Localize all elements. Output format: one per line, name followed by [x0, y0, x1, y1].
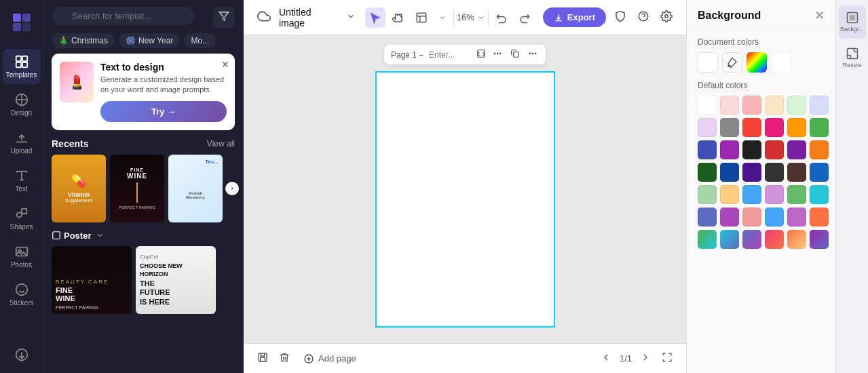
view-all-button[interactable]: View all [207, 139, 235, 149]
filter-button[interactable] [213, 7, 235, 28]
undo-button[interactable] [491, 7, 512, 28]
shield-button[interactable] [611, 7, 629, 27]
settings-button[interactable] [658, 7, 675, 27]
page-options-button[interactable] [527, 47, 539, 62]
export-button[interactable]: Export [543, 7, 606, 27]
color-cell[interactable] [765, 185, 784, 204]
select-tool-button[interactable] [365, 7, 385, 28]
poster-section-header[interactable]: Poster [52, 231, 235, 241]
page-duplicate-button[interactable] [509, 47, 521, 62]
poster-thumb-future[interactable]: CopCut CHOOSE NEWHORIZON THEFUTUREIS HER… [136, 246, 216, 314]
tag-more[interactable]: Mo... [184, 33, 216, 48]
color-cell[interactable] [742, 140, 761, 159]
page-save-button[interactable] [254, 349, 271, 368]
page-next-button[interactable] [637, 349, 654, 368]
layout-tool-button[interactable] [411, 7, 432, 28]
sidebar-item-photos[interactable]: Photos [3, 239, 41, 274]
color-cell[interactable] [765, 208, 784, 227]
color-cell[interactable] [742, 163, 761, 182]
page-delete-button[interactable] [276, 349, 293, 368]
color-cell[interactable] [787, 118, 806, 137]
color-cell[interactable] [810, 185, 829, 204]
search-input[interactable] [52, 7, 194, 25]
help-button[interactable] [635, 7, 652, 27]
add-page-button[interactable]: Add page [298, 351, 362, 367]
color-cell-gradient[interactable] [720, 230, 739, 249]
color-cell[interactable] [698, 208, 717, 227]
color-cell[interactable] [698, 96, 717, 115]
zoom-control[interactable]: 16% [457, 12, 485, 22]
fullscreen-button[interactable] [659, 349, 675, 368]
color-cell[interactable] [787, 140, 806, 159]
page-name-input[interactable] [429, 50, 470, 60]
title-chevron-button[interactable] [345, 10, 357, 24]
carousel-next-button[interactable]: › [225, 182, 239, 195]
color-cell[interactable] [720, 185, 739, 204]
color-cell-gradient[interactable] [787, 230, 806, 249]
background-panel-close[interactable]: ✕ [814, 9, 825, 22]
color-cell-gradient[interactable] [698, 230, 717, 249]
tag-newyear[interactable]: 🎆 New Year [119, 33, 180, 48]
template-thumb-vitamin[interactable]: 💊 Vitamin Supplement [52, 155, 106, 222]
color-cell-gradient[interactable] [765, 230, 784, 249]
color-cell[interactable] [787, 163, 806, 182]
color-cell[interactable] [742, 208, 761, 227]
color-swatch-white[interactable] [698, 52, 718, 73]
template-thumb-tech[interactable]: Tec... Kodiak Blueberry [168, 155, 223, 222]
promo-close-button[interactable]: ✕ [221, 59, 229, 70]
app-logo[interactable] [5, 5, 39, 42]
color-cell[interactable] [698, 140, 717, 159]
color-cell[interactable] [765, 140, 784, 159]
canvas-wrapper[interactable]: Page 1 – [244, 35, 686, 343]
page-more-button[interactable] [491, 47, 504, 62]
right-icon-resize[interactable]: Resize [839, 41, 866, 75]
tag-christmas[interactable]: 🎄 Christmas [52, 33, 115, 48]
hand-tool-button[interactable] [388, 7, 409, 28]
chevron-down-icon [95, 231, 105, 240]
color-cell[interactable] [810, 163, 829, 182]
color-cell[interactable] [810, 118, 829, 137]
color-cell[interactable] [742, 118, 761, 137]
color-cell[interactable] [810, 140, 829, 159]
color-cell[interactable] [765, 163, 784, 182]
cloud-save-button[interactable] [254, 7, 273, 28]
color-picker-button[interactable] [722, 52, 742, 73]
page-prev-button[interactable] [598, 349, 614, 368]
color-cell[interactable] [787, 96, 806, 115]
color-empty-swatch[interactable] [771, 52, 791, 73]
sidebar-item-templates[interactable]: Templates [3, 49, 41, 84]
sidebar-item-shapes[interactable]: Shapes [3, 201, 41, 236]
color-cell[interactable] [810, 208, 829, 227]
color-cell[interactable] [698, 163, 717, 182]
color-cell-gradient[interactable] [742, 230, 761, 249]
template-thumb-wine[interactable]: FINE WINE PERFECT PAIRING [110, 155, 164, 222]
color-gradient-swatch[interactable] [747, 52, 767, 73]
color-cell[interactable] [720, 140, 739, 159]
color-cell[interactable] [787, 185, 806, 204]
color-cell[interactable] [810, 96, 829, 115]
sidebar-item-text[interactable]: Text [3, 163, 41, 198]
color-cell[interactable] [765, 96, 784, 115]
color-cell-gradient[interactable] [810, 230, 829, 249]
try-button[interactable]: Try → [100, 101, 227, 122]
sidebar-item-stickers[interactable]: Stickers [3, 277, 41, 312]
color-cell[interactable] [765, 118, 784, 137]
color-cell[interactable] [787, 208, 806, 227]
color-cell[interactable] [720, 96, 739, 115]
sidebar-item-upload[interactable]: Upload [3, 125, 41, 160]
color-cell[interactable] [720, 208, 739, 227]
poster-thumb-wine[interactable]: Beauty Care FINE WINE PERFECT PAIRING [52, 246, 132, 314]
color-cell[interactable] [698, 118, 717, 137]
sidebar-item-design[interactable]: Design [3, 87, 41, 122]
color-cell[interactable] [698, 185, 717, 204]
color-cell[interactable] [742, 96, 761, 115]
color-cell[interactable] [720, 163, 739, 182]
canvas-page[interactable] [375, 71, 555, 328]
color-cell[interactable] [742, 185, 761, 204]
right-icon-background[interactable]: Backgr... [839, 5, 866, 39]
page-fit-button[interactable] [475, 47, 487, 62]
color-cell[interactable] [720, 118, 739, 137]
sidebar-collapse-btn[interactable] [3, 342, 41, 368]
layout-chevron-button[interactable] [434, 9, 451, 26]
redo-button[interactable] [514, 7, 535, 28]
